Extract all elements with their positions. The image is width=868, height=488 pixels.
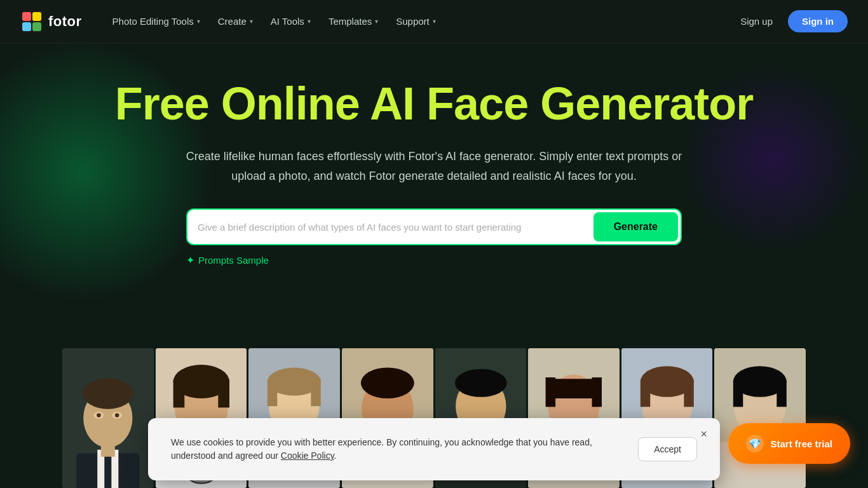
- cookie-text: We use cookies to provide you with bette…: [171, 436, 623, 463]
- svg-rect-56: [684, 380, 693, 407]
- logo-text: fotor: [48, 13, 82, 30]
- search-bar: Generate: [186, 208, 682, 245]
- logo-icon: [20, 10, 43, 33]
- prompt-input[interactable]: [198, 215, 593, 239]
- svg-rect-48: [546, 377, 555, 407]
- svg-rect-24: [173, 379, 184, 407]
- logo[interactable]: fotor: [20, 10, 82, 33]
- svg-rect-1: [22, 12, 31, 21]
- start-free-trial-button[interactable]: 💎 Start free trial: [728, 423, 850, 464]
- search-bar-wrapper: Generate: [186, 208, 682, 245]
- chevron-down-icon: ▾: [197, 18, 200, 25]
- svg-rect-55: [641, 380, 650, 407]
- nav-links: Photo Editing Tools ▾ Create ▾ AI Tools …: [105, 11, 733, 32]
- svg-rect-32: [311, 379, 321, 406]
- chevron-down-icon: ▾: [250, 18, 253, 25]
- svg-point-37: [361, 367, 414, 398]
- nav-item-support[interactable]: Support ▾: [388, 11, 444, 32]
- svg-point-42: [454, 369, 506, 397]
- svg-point-16: [115, 413, 119, 417]
- hero-subtitle: Create lifelike human faces effortlessly…: [180, 147, 688, 186]
- svg-rect-3: [22, 22, 31, 31]
- hero-title: Free Online AI Face Generator: [13, 79, 855, 129]
- face-image-8: [714, 348, 806, 488]
- nav-auth: Sign up Sign in: [733, 10, 848, 32]
- svg-point-15: [97, 413, 101, 417]
- signin-button[interactable]: Sign in: [788, 10, 848, 32]
- svg-rect-2: [32, 12, 41, 21]
- signup-button[interactable]: Sign up: [733, 11, 780, 32]
- svg-point-12: [83, 378, 133, 409]
- accept-button[interactable]: Accept: [638, 437, 697, 461]
- chevron-down-icon: ▾: [375, 18, 378, 25]
- trial-label: Start free trial: [770, 438, 832, 449]
- cookie-close-button[interactable]: ×: [700, 428, 707, 440]
- diamond-icon: 💎: [746, 435, 764, 452]
- svg-rect-4: [32, 22, 41, 31]
- generate-button[interactable]: Generate: [593, 212, 678, 241]
- hero-section: Free Online AI Face Generator Create lif…: [0, 43, 868, 281]
- face-image-1: [62, 348, 154, 488]
- cookie-banner: × We use cookies to provide you with bet…: [148, 418, 720, 480]
- nav-item-templates[interactable]: Templates ▾: [321, 11, 386, 32]
- svg-rect-49: [592, 377, 602, 407]
- svg-rect-62: [733, 380, 743, 407]
- sparkle-icon: ✦: [186, 254, 194, 266]
- svg-rect-31: [268, 379, 277, 406]
- nav-item-photo-editing[interactable]: Photo Editing Tools ▾: [105, 11, 208, 32]
- chevron-down-icon: ▾: [308, 18, 311, 25]
- nav-item-ai-tools[interactable]: AI Tools ▾: [263, 11, 318, 32]
- nav-item-create[interactable]: Create ▾: [210, 11, 261, 32]
- cookie-policy-link[interactable]: Cookie Policy: [281, 451, 334, 461]
- svg-rect-25: [218, 379, 229, 407]
- svg-rect-9: [104, 453, 111, 488]
- svg-rect-63: [777, 380, 787, 407]
- navigation: fotor Photo Editing Tools ▾ Create ▾ AI …: [0, 0, 868, 43]
- chevron-down-icon: ▾: [433, 18, 436, 25]
- prompts-sample[interactable]: ✦ Prompts Sample: [186, 254, 682, 266]
- prompts-sample-label[interactable]: Prompts Sample: [198, 255, 269, 266]
